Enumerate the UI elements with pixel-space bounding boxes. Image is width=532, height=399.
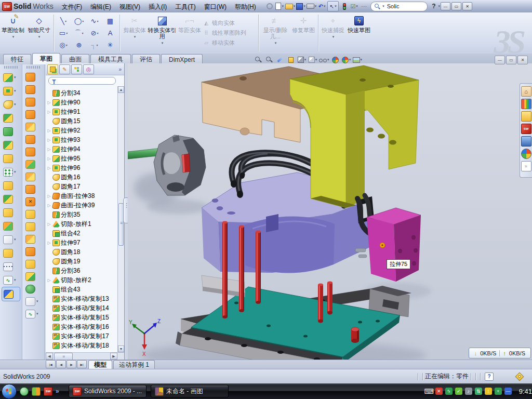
tree-item-27[interactable]: 实体-移动/复制18 xyxy=(46,341,117,350)
model-3d-view[interactable]: Y Z X xyxy=(128,64,532,360)
tree-item-4[interactable]: ▷拉伸92 xyxy=(46,126,117,135)
search-dropdown-icon[interactable]: ▾ xyxy=(382,4,384,8)
edit-appearance-icon[interactable] xyxy=(331,56,340,64)
convert-entities-button[interactable]: 转换实体引用▾ xyxy=(148,12,177,54)
curve-button[interactable] xyxy=(0,260,22,273)
shield-lightning-icon[interactable]: ϟ xyxy=(445,388,453,395)
fillet-button[interactable]: ▾ xyxy=(0,98,22,111)
graphics-area[interactable]: Y Z X 拉伸75 ↓ 0KB/S ↑ 0KB/S xyxy=(128,63,532,360)
sketch-entity-4-icon[interactable]: ▭▾ xyxy=(56,27,71,39)
doc-nav-3-button[interactable]: ▶| xyxy=(77,360,87,368)
menu-item-1[interactable]: 编辑(E) xyxy=(86,2,115,11)
keyboard-indicator-icon[interactable]: ⌨ xyxy=(425,388,433,395)
help-button[interactable]: ? xyxy=(430,3,437,10)
zoom-to-area-icon[interactable] xyxy=(264,56,274,64)
trim-entities-button[interactable]: ✂ 剪裁实体▾ xyxy=(122,12,148,54)
network-sync-icon[interactable]: ⇅ xyxy=(475,388,482,395)
tab-0[interactable]: 特征 xyxy=(3,54,31,64)
tree-item-9[interactable]: 圆角16 xyxy=(46,172,117,182)
menu-item-6[interactable]: 帮助(H) xyxy=(231,2,260,11)
thicken-button[interactable] xyxy=(22,283,44,295)
open-icon[interactable]: ▾ xyxy=(285,2,296,11)
mirror-entities-button[interactable]: ◭ 镜向实体 xyxy=(203,19,257,28)
options-icon[interactable]: ▾ xyxy=(350,2,358,11)
menu-item-3[interactable]: 插入(I) xyxy=(144,2,171,11)
tree-item-11[interactable]: ▷曲面-拉伸38 xyxy=(46,191,117,201)
menu-item-0[interactable]: 文件(F) xyxy=(58,2,86,11)
expand-arrow-icon[interactable]: ▷ xyxy=(47,166,51,170)
doc-nav-0-button[interactable]: |◀ xyxy=(46,360,56,368)
tree-item-10[interactable]: 圆角17 xyxy=(46,182,117,191)
tree-item-18[interactable]: 圆角19 xyxy=(46,257,117,266)
tree-item-1[interactable]: ▷拉伸90 xyxy=(46,98,117,107)
tab-4[interactable]: 评估 xyxy=(132,54,160,64)
hole-wizard-button[interactable] xyxy=(0,152,22,165)
shield-plus-icon[interactable]: + xyxy=(495,388,502,395)
search-input[interactable] xyxy=(386,3,415,10)
sketch-entity-5-icon[interactable]: ⌒▾ xyxy=(71,27,87,39)
panel-overflow-button[interactable]: » xyxy=(118,66,123,72)
rib-button[interactable] xyxy=(0,179,22,192)
tree-item-25[interactable]: 实体-移动/复制16 xyxy=(46,322,117,331)
design-library-tab[interactable] xyxy=(521,99,531,109)
new-document-icon[interactable]: ▾ xyxy=(275,2,284,11)
tree-filter-input[interactable] xyxy=(48,77,116,85)
insert-part-button[interactable]: ▾ xyxy=(0,233,22,246)
close-button[interactable]: ✕ xyxy=(462,2,472,10)
undo-icon[interactable]: ↶▾ xyxy=(317,2,326,11)
scroll-up-arrow[interactable]: ▲ xyxy=(118,86,124,93)
scroll-left-arrow[interactable]: ◀ xyxy=(46,353,53,360)
hide-show-items-icon[interactable]: ▾ xyxy=(319,56,329,64)
feature-manager-tab[interactable] xyxy=(47,64,58,74)
start-button[interactable] xyxy=(2,384,17,399)
doc-restore-button[interactable]: ▭ xyxy=(506,56,516,64)
repair-sketch-button[interactable]: ✛ 修复草图 xyxy=(290,12,316,54)
quick-tips-icon[interactable]: ? xyxy=(485,373,494,381)
warning-icon[interactable]: ! xyxy=(485,388,492,395)
security-alert-icon[interactable]: ✕ xyxy=(435,388,443,395)
messenger-busy-icon[interactable]: — xyxy=(504,388,512,395)
print-icon[interactable]: ▾ xyxy=(307,2,317,11)
lofted-surface-button[interactable] xyxy=(22,108,44,121)
tag-icon[interactable] xyxy=(515,372,524,381)
view-orientation-icon[interactable]: ▾ xyxy=(297,56,307,64)
tree-item-24[interactable]: 实体-移动/复制15 xyxy=(46,313,117,322)
view-palette-tab[interactable] xyxy=(521,136,531,147)
ruled-surface-button[interactable] xyxy=(22,158,44,170)
knit-surface-button[interactable] xyxy=(22,170,44,183)
zip-button[interactable] xyxy=(22,220,44,233)
expand-arrow-icon[interactable]: ▷ xyxy=(47,278,51,283)
smart-dimension-button[interactable]: ◇ 智能尺寸▾ xyxy=(26,12,52,54)
lofted-boss-button[interactable] xyxy=(0,125,22,138)
insert-block[interactable] xyxy=(367,208,421,282)
menu-item-2[interactable]: 视图(V) xyxy=(115,2,144,11)
expand-arrow-icon[interactable]: ▷ xyxy=(47,194,51,198)
previous-view-icon[interactable] xyxy=(275,56,285,64)
apply-scene-icon[interactable]: ▾ xyxy=(342,56,351,64)
file-explorer-tab[interactable] xyxy=(521,111,531,122)
tree-item-8[interactable]: ▷拉伸96 xyxy=(46,163,117,172)
planar-surface-button[interactable] xyxy=(22,133,44,145)
tree-item-7[interactable]: ▷拉伸95 xyxy=(46,154,117,163)
replace-face-button[interactable] xyxy=(22,208,44,220)
restore-button[interactable]: ▭ xyxy=(451,2,461,10)
expand-arrow-icon[interactable]: ▷ xyxy=(47,138,51,142)
volume-icon[interactable]: ♪ xyxy=(465,388,472,395)
sketch-entity-0-icon[interactable]: ╲▾ xyxy=(56,15,71,27)
property-manager-tab[interactable] xyxy=(59,64,70,74)
draft-button[interactable] xyxy=(0,192,22,206)
more-tools-icon[interactable]: ⋯ xyxy=(360,2,368,11)
swept-surface-button[interactable] xyxy=(22,96,44,108)
freeform-button[interactable]: ▾ xyxy=(22,295,44,308)
untrim-surface-button[interactable] xyxy=(22,258,44,270)
extruded-surface-button[interactable] xyxy=(22,71,44,83)
messenger-quick-icon[interactable] xyxy=(20,387,29,396)
expand-arrow-icon[interactable]: ▷ xyxy=(47,241,51,245)
scroll-down-arrow[interactable]: ▼ xyxy=(118,345,124,352)
tab-5[interactable]: DimXpert xyxy=(161,54,203,64)
revolved-surface-button[interactable] xyxy=(22,83,44,96)
tree-item-19[interactable]: 分割36 xyxy=(46,266,117,275)
chevron-more-icon[interactable]: » xyxy=(56,388,63,395)
tree-item-21[interactable]: 组合43 xyxy=(46,285,117,294)
taskbar-clock[interactable]: 9:41 xyxy=(519,388,532,395)
